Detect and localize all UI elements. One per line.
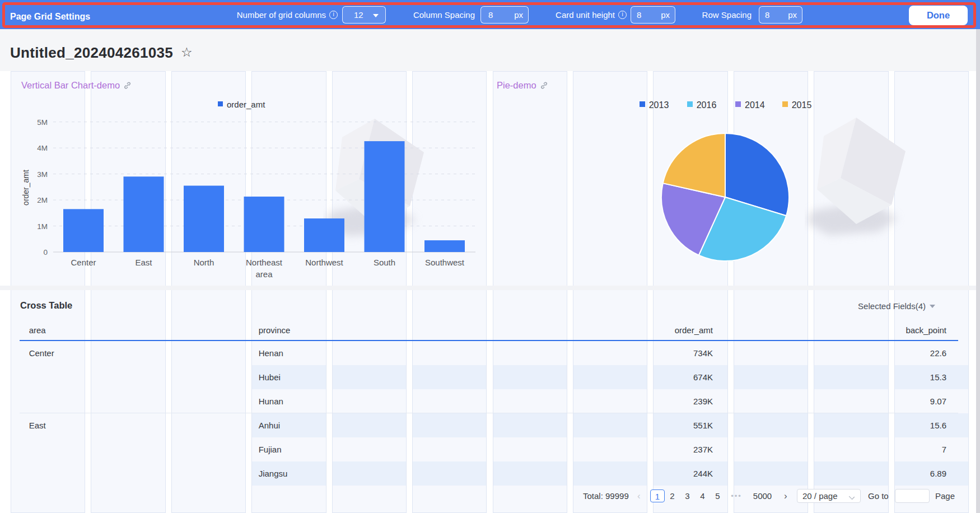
bar	[304, 218, 344, 252]
pie-card-title[interactable]: Pie-demo	[497, 80, 548, 91]
pagination-total: Total: 99999	[583, 489, 629, 502]
page-grid-settings-screen: Page Grid Settings Number of grid column…	[0, 0, 980, 513]
page-button-last[interactable]: 5000	[745, 489, 780, 502]
table-row-stripe	[493, 461, 567, 486]
table-row-stripe	[493, 365, 567, 389]
svg-text:0: 0	[43, 248, 48, 256]
svg-text:order_amt: order_amt	[21, 170, 30, 206]
row-spacing-gap	[0, 286, 976, 290]
page-title: Untitled_202404261035☆	[10, 44, 193, 62]
bar-card-title[interactable]: Vertical Bar Chart-demo	[21, 80, 132, 91]
table-cell: Hubei	[259, 365, 281, 389]
pie-legend-item[interactable]: 2014	[735, 100, 765, 111]
pagination-ellipsis[interactable]: •••	[728, 489, 745, 502]
table-row-stripe	[333, 413, 406, 437]
caret-down-icon	[930, 305, 935, 308]
table-cell: 9.07	[823, 389, 946, 413]
selected-fields-label: Selected Fields(4)	[858, 301, 926, 311]
table-cell: 7	[823, 437, 946, 461]
legend-swatch	[640, 101, 645, 107]
table-cell: 15.6	[823, 413, 946, 437]
bar-legend[interactable]: order_amt	[218, 100, 265, 111]
row-spacing-input[interactable]: 8 px	[759, 6, 802, 24]
page-button[interactable]: 5	[711, 489, 725, 502]
row-spacing-value: 8	[765, 10, 769, 20]
table-cell: 239K	[590, 389, 713, 413]
link-icon	[540, 81, 548, 90]
table-cell: 22.6	[823, 341, 946, 365]
table-row-stripe	[734, 461, 808, 486]
table-row-stripe	[333, 365, 406, 389]
goto-page-input[interactable]	[895, 489, 930, 503]
cross-table-title: Cross Table	[20, 300, 72, 311]
x-tick-label: Northwest	[305, 258, 343, 267]
x-tick-label: North	[194, 258, 214, 267]
legend-label: 2015	[792, 100, 812, 110]
column-spacing-label: Column Spacing	[329, 6, 475, 24]
selected-fields-dropdown[interactable]: Selected Fields(4)	[806, 301, 935, 311]
table-row-stripe	[413, 413, 486, 437]
x-tick-label: Southwest	[425, 258, 465, 267]
table-cell: East	[29, 413, 46, 437]
goto-label: Go to	[868, 489, 889, 502]
pie-legend-item[interactable]: 2013	[640, 100, 669, 111]
bar-card-title-text: Vertical Bar Chart-demo	[21, 80, 120, 90]
table-row-stripe	[413, 461, 486, 486]
table-cell: 15.3	[823, 365, 946, 389]
favorite-star-icon[interactable]: ☆	[181, 45, 193, 59]
table-row-stripe	[333, 461, 406, 486]
x-tick-label: East	[135, 258, 152, 267]
table-row-stripe	[413, 365, 486, 389]
table-row-stripe	[734, 413, 808, 437]
svg-text:4M: 4M	[37, 144, 48, 152]
done-button[interactable]: Done	[909, 6, 968, 25]
next-page-icon[interactable]: ›	[784, 489, 787, 502]
table-header-underline	[20, 340, 958, 341]
bar	[424, 240, 465, 252]
x-tick-label: Northeastarea	[246, 258, 283, 279]
table-cell: Hunan	[259, 389, 283, 413]
svg-text:3M: 3M	[37, 170, 48, 179]
table-row-stripe	[734, 365, 808, 389]
grid-columns-label: Number of grid columns	[180, 6, 326, 24]
table-row-stripe	[493, 413, 567, 437]
legend-label: 2016	[697, 100, 717, 110]
link-icon	[123, 81, 132, 90]
svg-text:1M: 1M	[37, 222, 48, 231]
legend-label: 2013	[649, 100, 669, 110]
page-button-current[interactable]: 1	[650, 489, 665, 502]
legend-swatch	[782, 101, 788, 107]
prev-page-icon[interactable]: ‹	[637, 489, 641, 502]
svg-text:2M: 2M	[37, 196, 48, 204]
pie-legend-item[interactable]: 2016	[687, 100, 717, 111]
grid-column	[493, 71, 567, 513]
table-cell: Fujian	[259, 437, 282, 461]
x-tick-label: Center	[71, 258, 96, 267]
pie-legend-item[interactable]: 2015	[782, 100, 812, 111]
page-button[interactable]: 3	[681, 489, 694, 502]
page-size-value: 20 / page	[802, 491, 838, 501]
card-unit-height-label: Card unit height	[469, 6, 615, 24]
table-cell: 734K	[590, 341, 713, 365]
bar	[365, 141, 405, 252]
chevron-down-icon	[849, 493, 855, 499]
table-cell: Center	[29, 341, 54, 365]
panel-title: Page Grid Settings	[10, 8, 90, 25]
table-cell: 674K	[590, 365, 713, 389]
legend-swatch	[218, 101, 223, 106]
row-spacing-label: Row Spacing	[606, 6, 752, 24]
page-grid-settings-bar: Page Grid Settings Number of grid column…	[0, 0, 980, 29]
page-size-select[interactable]: 20 / page	[797, 489, 861, 503]
row-spacing-unit: px	[788, 7, 797, 23]
bar	[63, 209, 104, 252]
page-button[interactable]: 4	[696, 489, 710, 502]
legend-label: 2014	[745, 100, 765, 110]
column-header-province: province	[259, 326, 291, 334]
pie-chart[interactable]	[660, 132, 790, 262]
vertical-scrollbar[interactable]	[976, 29, 980, 513]
legend-swatch	[687, 101, 693, 107]
page-title-text: Untitled_202404261035	[10, 44, 173, 61]
page-button[interactable]: 2	[666, 489, 679, 502]
table-cell: Anhui	[259, 413, 280, 437]
cube-watermark	[805, 116, 922, 245]
